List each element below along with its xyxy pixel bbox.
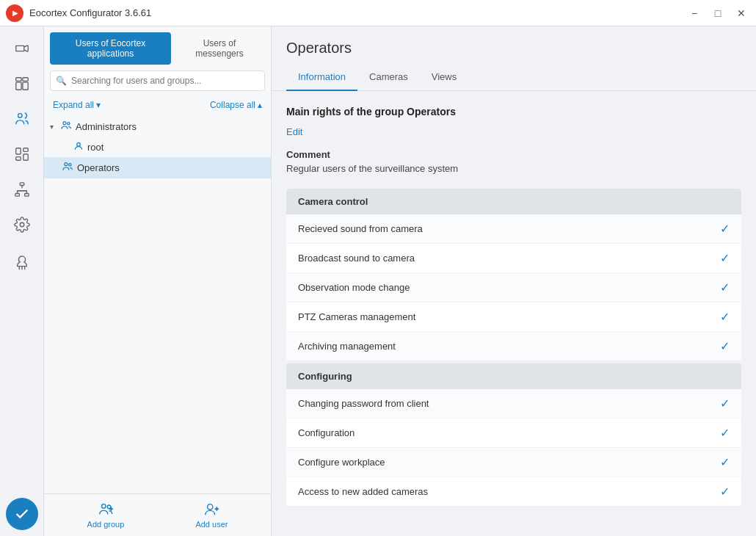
operators-label: Operators	[77, 162, 120, 173]
app-logo	[6, 4, 23, 22]
check-icon: ✓	[720, 426, 730, 440]
search-box: 🔍	[50, 70, 265, 91]
add-group-button[interactable]: Add group	[87, 501, 125, 529]
svg-point-19	[65, 163, 68, 166]
sidebar-item-users[interactable]	[6, 103, 38, 135]
messengers-tab[interactable]: Users of messengers	[174, 32, 265, 65]
collapse-all-button[interactable]: Collapse all ▴	[210, 100, 262, 110]
svg-rect-0	[15, 78, 21, 82]
svg-point-20	[69, 164, 71, 166]
svg-rect-9	[20, 183, 24, 186]
svg-rect-5	[15, 148, 20, 154]
sidebar-item-ai[interactable]	[6, 247, 38, 279]
right-label: Observation mode change	[298, 282, 410, 293]
tree-view: ▾ Administrators root	[44, 113, 271, 493]
content-tabs: Information Cameras Views	[272, 64, 756, 91]
check-icon: ✓	[720, 280, 730, 294]
chevron-up-icon: ▴	[258, 100, 262, 110]
svg-point-16	[63, 122, 66, 125]
configuring-header: Configuring	[286, 363, 741, 389]
right-label: Changing password from client	[298, 398, 429, 409]
list-item: Observation mode change ✓	[286, 273, 741, 303]
svg-point-22	[107, 505, 111, 509]
titlebar: Eocortex Configurator 3.6.61 − □ ✕	[0, 0, 756, 26]
comment-label: Comment	[286, 149, 741, 160]
group-icon	[60, 120, 72, 134]
root-label: root	[87, 142, 103, 153]
eocortex-apps-tab[interactable]: Users of Eocortex applications	[50, 32, 171, 65]
tab-views[interactable]: Views	[420, 64, 468, 91]
right-label: Access to new added cameras	[298, 486, 428, 497]
add-user-button[interactable]: Add user	[195, 501, 228, 529]
right-label: Broadcast sound to camera	[298, 253, 415, 264]
svg-point-25	[208, 504, 213, 510]
chevron-down-icon: ▾	[96, 100, 101, 110]
camera-control-group: Camera control Recieved sound from camer…	[286, 189, 741, 361]
add-user-label: Add user	[195, 520, 228, 529]
list-item: Access to new added cameras ✓	[286, 477, 741, 506]
comment-text: Regular users of the surveillance system	[286, 163, 741, 174]
confirm-button[interactable]	[6, 498, 38, 530]
expand-arrow-icon: ▾	[50, 123, 60, 131]
tree-item-operators[interactable]: Operators	[44, 157, 271, 178]
section-title: Main rights of the group Operators	[286, 106, 741, 117]
tree-controls: Expand all ▾ Collapse all ▴	[44, 97, 271, 113]
list-item: Recieved sound from camera ✓	[286, 214, 741, 244]
sidebar	[0, 26, 44, 536]
configuring-group: Configuring Changing password from clien…	[286, 363, 741, 506]
svg-point-21	[101, 504, 106, 509]
edit-link[interactable]: Edit	[286, 126, 302, 137]
svg-rect-7	[23, 154, 27, 160]
svg-rect-10	[15, 194, 19, 197]
check-icon: ✓	[720, 396, 730, 410]
sidebar-item-settings[interactable]	[6, 209, 38, 241]
tree-item-administrators[interactable]: ▾ Administrators	[44, 116, 271, 137]
right-label: PTZ Cameras management	[298, 311, 415, 322]
users-panel: Users of Eocortex applications Users of …	[44, 26, 272, 536]
svg-rect-2	[15, 82, 21, 90]
users-tabs: Users of Eocortex applications Users of …	[44, 26, 271, 65]
content-area: Main rights of the group Operators Edit …	[272, 91, 756, 536]
search-input[interactable]	[50, 70, 265, 91]
sidebar-item-network[interactable]	[6, 173, 38, 206]
list-item: Configuration ✓	[286, 419, 741, 448]
sidebar-item-dashboard[interactable]	[6, 138, 38, 170]
svg-rect-3	[22, 82, 27, 90]
tab-information[interactable]: Information	[286, 64, 357, 91]
main-content: Operators Information Cameras Views Main…	[272, 26, 756, 536]
user-icon	[73, 141, 84, 153]
svg-rect-8	[15, 157, 20, 161]
svg-rect-1	[22, 78, 27, 82]
tab-cameras[interactable]: Cameras	[357, 64, 420, 91]
check-icon: ✓	[720, 339, 730, 353]
close-button[interactable]: ✕	[733, 4, 750, 22]
app-body: Users of Eocortex applications Users of …	[0, 26, 756, 536]
list-item: Changing password from client ✓	[286, 389, 741, 419]
maximize-button[interactable]: □	[709, 4, 727, 22]
app-title: Eocortex Configurator 3.6.61	[29, 7, 686, 18]
list-item: PTZ Cameras management ✓	[286, 303, 741, 332]
add-group-label: Add group	[87, 520, 125, 529]
list-item: Broadcast sound to camera ✓	[286, 244, 741, 273]
camera-control-header: Camera control	[286, 189, 741, 214]
right-label: Configure workplace	[298, 457, 385, 468]
window-controls: − □ ✕	[686, 4, 750, 22]
right-label: Archiving management	[298, 341, 396, 352]
svg-point-17	[68, 123, 70, 125]
sidebar-item-cameras[interactable]	[6, 32, 38, 65]
search-icon: 🔍	[56, 76, 67, 86]
group-icon-operators	[62, 161, 73, 175]
expand-all-button[interactable]: Expand all ▾	[53, 100, 101, 110]
users-footer: Add group Add user	[44, 493, 271, 536]
minimize-button[interactable]: −	[686, 4, 703, 22]
right-label: Recieved sound from camera	[298, 223, 423, 234]
sidebar-item-layout[interactable]	[6, 68, 38, 100]
right-label: Configuration	[298, 427, 355, 438]
list-item: Configure workplace ✓	[286, 448, 741, 477]
page-title: Operators	[272, 26, 756, 64]
check-icon: ✓	[720, 222, 730, 236]
check-icon: ✓	[720, 485, 730, 499]
svg-point-4	[18, 114, 22, 118]
check-icon: ✓	[720, 251, 730, 265]
tree-item-root[interactable]: root	[44, 137, 271, 157]
